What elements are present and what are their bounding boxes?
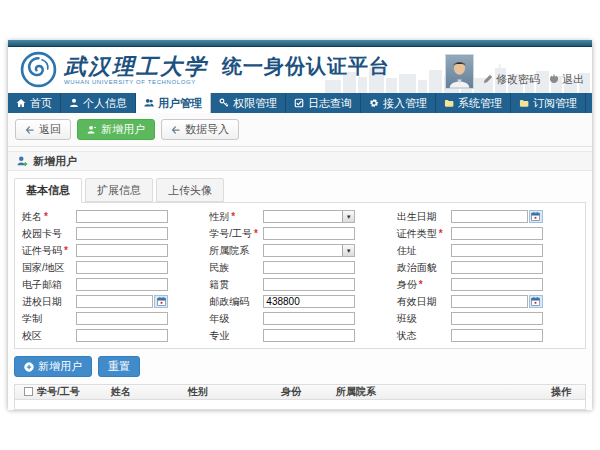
nav-tab[interactable]: 日志查询 bbox=[286, 93, 361, 113]
nav-tab-label: 权限管理 bbox=[233, 96, 277, 111]
form-tab[interactable]: 基本信息 bbox=[14, 178, 82, 203]
field-label: 证件类型* bbox=[394, 227, 451, 241]
field-control bbox=[263, 278, 355, 291]
select-all-checkbox[interactable] bbox=[24, 387, 33, 396]
form-date-input[interactable] bbox=[451, 210, 528, 223]
platform-title: 统一身份认证平台 bbox=[222, 53, 390, 86]
form-text-input[interactable] bbox=[451, 278, 543, 291]
nav-tab[interactable]: 订阅管理 bbox=[511, 93, 586, 113]
section-header: 新增用户 bbox=[8, 151, 592, 171]
data-import-button[interactable]: 数据导入 bbox=[161, 119, 239, 140]
field-control bbox=[263, 227, 355, 240]
form-text-input[interactable] bbox=[76, 278, 168, 291]
form-text-input[interactable] bbox=[76, 210, 168, 223]
back-button[interactable]: 返回 bbox=[15, 119, 71, 140]
key-icon bbox=[219, 98, 229, 108]
nav-tab[interactable]: 权限管理 bbox=[211, 93, 286, 113]
form-text-input[interactable] bbox=[263, 312, 355, 325]
form-text-input[interactable] bbox=[263, 329, 355, 342]
form-date-input[interactable] bbox=[76, 295, 153, 308]
form-text-input[interactable] bbox=[263, 261, 355, 274]
form-tab[interactable]: 扩展信息 bbox=[85, 178, 153, 202]
field-label: 校区 bbox=[19, 329, 76, 343]
nav-tab[interactable]: 用户管理 bbox=[136, 93, 211, 113]
dropdown-arrow-button[interactable]: ▼ bbox=[342, 245, 354, 256]
field-control bbox=[263, 312, 355, 325]
form-field: 状态 bbox=[394, 327, 581, 344]
field-label: 出生日期 bbox=[394, 210, 451, 224]
add-user-toolbar-button[interactable]: 新增用户 bbox=[77, 119, 155, 140]
form-actions: 新增用户 重置 bbox=[14, 356, 586, 377]
table-column-header: 身份 bbox=[277, 385, 332, 399]
change-password-link[interactable]: 修改密码 bbox=[483, 72, 540, 90]
form-text-input[interactable] bbox=[263, 295, 355, 308]
users-icon bbox=[144, 98, 154, 108]
field-label: 身份* bbox=[394, 278, 451, 292]
submit-add-user-button[interactable]: 新增用户 bbox=[14, 356, 92, 377]
form-text-input[interactable] bbox=[451, 261, 543, 274]
required-asterisk: * bbox=[231, 211, 235, 222]
field-control bbox=[263, 329, 355, 342]
form-tab[interactable]: 上传头像 bbox=[156, 178, 224, 202]
data-import-label: 数据导入 bbox=[185, 122, 229, 137]
dropdown-arrow-button[interactable]: ▼ bbox=[342, 211, 354, 222]
field-control bbox=[451, 278, 543, 291]
field-control bbox=[263, 261, 355, 274]
nav-tab[interactable]: 接入管理 bbox=[361, 93, 436, 113]
form-field: 校区 bbox=[19, 327, 206, 344]
field-control bbox=[76, 278, 168, 291]
field-control bbox=[263, 295, 355, 308]
form-text-input[interactable] bbox=[76, 312, 168, 325]
field-label: 进校日期 bbox=[19, 295, 76, 309]
logout-link[interactable]: 退出 bbox=[549, 72, 584, 90]
reset-button-label: 重置 bbox=[108, 359, 130, 374]
form-text-input[interactable] bbox=[263, 227, 355, 240]
form-text-input[interactable] bbox=[263, 278, 355, 291]
app-header: 武汉理工大学 WUHAN UNIVERSITY OF TECHNOLOGY 统一… bbox=[8, 47, 592, 93]
form-field: 姓名* bbox=[19, 208, 206, 225]
nav-tab-label: 个人信息 bbox=[83, 96, 127, 111]
form-text-input[interactable] bbox=[76, 244, 168, 257]
nav-tab[interactable]: 系统管理 bbox=[436, 93, 511, 113]
university-name-block: 武汉理工大学 WUHAN UNIVERSITY OF TECHNOLOGY bbox=[64, 54, 208, 85]
form-text-input[interactable] bbox=[76, 261, 168, 274]
field-control bbox=[76, 329, 168, 342]
form-text-input[interactable] bbox=[76, 227, 168, 240]
top-accent-bar bbox=[8, 40, 592, 47]
calendar-button[interactable] bbox=[529, 210, 543, 223]
university-name-cn: 武汉理工大学 bbox=[64, 54, 208, 78]
form-text-input[interactable] bbox=[451, 329, 543, 342]
reset-button[interactable]: 重置 bbox=[98, 356, 140, 377]
form-date-input[interactable] bbox=[451, 295, 528, 308]
change-password-label: 修改密码 bbox=[496, 72, 540, 87]
form-grid: 姓名*性别*▼出生日期校园卡号学号/工号*证件类型*证件号码*所属院系▼住址国家… bbox=[19, 208, 581, 344]
back-arrow-icon bbox=[25, 125, 35, 135]
table-column-header: 所属院系 bbox=[332, 385, 547, 399]
select-all-cell bbox=[15, 387, 33, 398]
nav-tab[interactable]: 首页 bbox=[8, 93, 61, 113]
form-field: 进校日期 bbox=[19, 293, 206, 310]
form-text-input[interactable] bbox=[451, 227, 543, 240]
calendar-button[interactable] bbox=[529, 295, 543, 308]
back-button-label: 返回 bbox=[39, 122, 61, 137]
nav-tab[interactable]: 个人信息 bbox=[61, 93, 136, 113]
form-text-input[interactable] bbox=[451, 244, 543, 257]
field-control bbox=[76, 261, 168, 274]
folder-icon bbox=[444, 98, 454, 108]
form-field: 校园卡号 bbox=[19, 225, 206, 242]
form-text-input[interactable] bbox=[76, 329, 168, 342]
field-label: 民族 bbox=[206, 261, 263, 275]
form-field: 邮政编码 bbox=[206, 293, 393, 310]
field-control bbox=[451, 329, 543, 342]
form-text-input[interactable] bbox=[451, 312, 543, 325]
field-label: 国家/地区 bbox=[19, 261, 76, 275]
form-field: 所属院系▼ bbox=[206, 242, 393, 259]
field-control bbox=[451, 227, 543, 240]
form-tabs: 基本信息扩展信息上传头像 bbox=[14, 178, 586, 202]
form-field: 政治面貌 bbox=[394, 259, 581, 276]
results-table-header: 学号/工号姓名性别身份所属院系操作 bbox=[15, 385, 585, 400]
field-label: 学号/工号* bbox=[206, 227, 263, 241]
calendar-button[interactable] bbox=[154, 295, 168, 308]
panel-body: 基本信息扩展信息上传头像 姓名*性别*▼出生日期校园卡号学号/工号*证件类型*证… bbox=[8, 171, 592, 410]
form-field: 班级 bbox=[394, 310, 581, 327]
